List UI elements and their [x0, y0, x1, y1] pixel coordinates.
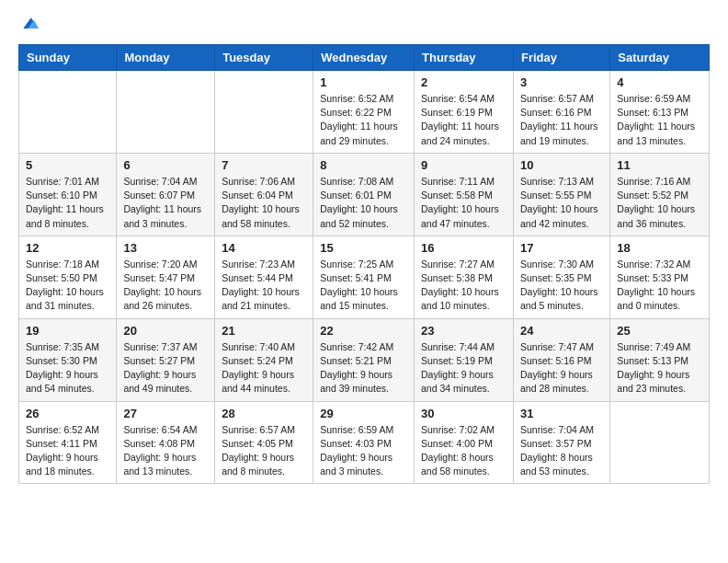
day-number: 30 — [421, 407, 506, 420]
calendar-cell: 27Sunrise: 6:54 AM Sunset: 4:08 PM Dayli… — [117, 401, 215, 484]
calendar-cell: 31Sunrise: 7:04 AM Sunset: 3:57 PM Dayli… — [513, 401, 609, 484]
day-number: 22 — [320, 324, 407, 338]
day-info: Sunrise: 6:52 AM Sunset: 6:22 PM Dayligh… — [320, 92, 407, 148]
calendar-cell: 25Sunrise: 7:49 AM Sunset: 5:13 PM Dayli… — [610, 318, 710, 401]
day-info: Sunrise: 7:27 AM Sunset: 5:38 PM Dayligh… — [421, 258, 506, 314]
calendar-cell: 18Sunrise: 7:32 AM Sunset: 5:33 PM Dayli… — [610, 236, 710, 318]
weekday-header-monday: Monday — [117, 45, 215, 71]
day-number: 10 — [520, 158, 603, 172]
day-number: 29 — [320, 407, 407, 420]
day-info: Sunrise: 7:04 AM Sunset: 3:57 PM Dayligh… — [520, 423, 603, 479]
day-number: 13 — [123, 241, 208, 255]
day-number: 5 — [26, 158, 109, 172]
day-info: Sunrise: 6:52 AM Sunset: 4:11 PM Dayligh… — [26, 423, 109, 479]
day-info: Sunrise: 7:16 AM Sunset: 5:52 PM Dayligh… — [617, 175, 702, 231]
day-number: 25 — [617, 324, 702, 338]
header — [18, 15, 710, 33]
day-info: Sunrise: 7:18 AM Sunset: 5:50 PM Dayligh… — [26, 258, 109, 314]
day-number: 8 — [320, 158, 407, 172]
weekday-header-friday: Friday — [513, 45, 609, 71]
day-info: Sunrise: 7:30 AM Sunset: 5:35 PM Dayligh… — [520, 258, 603, 314]
day-number: 17 — [520, 241, 603, 255]
day-number: 28 — [222, 407, 306, 420]
day-number: 2 — [421, 75, 506, 89]
weekday-header-sunday: Sunday — [19, 45, 117, 71]
day-info: Sunrise: 7:40 AM Sunset: 5:24 PM Dayligh… — [222, 340, 306, 396]
day-info: Sunrise: 7:25 AM Sunset: 5:41 PM Dayligh… — [320, 258, 407, 314]
calendar-cell — [610, 401, 710, 484]
calendar-cell: 17Sunrise: 7:30 AM Sunset: 5:35 PM Dayli… — [513, 236, 609, 318]
calendar-cell: 26Sunrise: 6:52 AM Sunset: 4:11 PM Dayli… — [19, 401, 117, 484]
day-info: Sunrise: 6:59 AM Sunset: 6:13 PM Dayligh… — [617, 92, 702, 148]
week-row-1: 1Sunrise: 6:52 AM Sunset: 6:22 PM Daylig… — [19, 71, 710, 154]
logo-icon — [20, 15, 39, 33]
calendar-cell: 13Sunrise: 7:20 AM Sunset: 5:47 PM Dayli… — [117, 236, 215, 318]
calendar-cell: 28Sunrise: 6:57 AM Sunset: 4:05 PM Dayli… — [215, 401, 313, 484]
calendar-cell — [19, 71, 117, 154]
calendar-cell: 30Sunrise: 7:02 AM Sunset: 4:00 PM Dayli… — [415, 401, 514, 484]
calendar-cell: 9Sunrise: 7:11 AM Sunset: 5:58 PM Daylig… — [415, 153, 514, 236]
weekday-header-thursday: Thursday — [415, 45, 514, 71]
day-info: Sunrise: 7:37 AM Sunset: 5:27 PM Dayligh… — [123, 340, 208, 396]
calendar-cell: 2Sunrise: 6:54 AM Sunset: 6:19 PM Daylig… — [415, 71, 514, 154]
day-number: 1 — [320, 75, 407, 89]
day-number: 19 — [26, 324, 109, 338]
day-number: 15 — [320, 241, 407, 255]
day-number: 24 — [520, 324, 603, 338]
day-info: Sunrise: 6:54 AM Sunset: 6:19 PM Dayligh… — [421, 92, 506, 148]
weekday-header-wednesday: Wednesday — [313, 45, 415, 71]
calendar-cell: 15Sunrise: 7:25 AM Sunset: 5:41 PM Dayli… — [313, 236, 415, 318]
calendar-cell: 16Sunrise: 7:27 AM Sunset: 5:38 PM Dayli… — [415, 236, 514, 318]
day-info: Sunrise: 7:01 AM Sunset: 6:10 PM Dayligh… — [26, 175, 109, 231]
day-info: Sunrise: 7:11 AM Sunset: 5:58 PM Dayligh… — [421, 175, 506, 231]
calendar-cell: 29Sunrise: 6:59 AM Sunset: 4:03 PM Dayli… — [313, 401, 415, 484]
day-number: 18 — [617, 241, 702, 255]
week-row-4: 19Sunrise: 7:35 AM Sunset: 5:30 PM Dayli… — [19, 318, 710, 401]
logo — [18, 15, 39, 33]
calendar-cell — [215, 71, 313, 154]
weekday-header-saturday: Saturday — [610, 45, 710, 71]
day-number: 16 — [421, 241, 506, 255]
calendar-cell: 7Sunrise: 7:06 AM Sunset: 6:04 PM Daylig… — [215, 153, 313, 236]
calendar-cell: 23Sunrise: 7:44 AM Sunset: 5:19 PM Dayli… — [415, 318, 514, 401]
day-number: 26 — [26, 407, 109, 420]
day-number: 31 — [520, 407, 603, 420]
day-number: 6 — [123, 158, 208, 172]
day-info: Sunrise: 7:06 AM Sunset: 6:04 PM Dayligh… — [222, 175, 306, 231]
day-number: 11 — [617, 158, 702, 172]
week-row-3: 12Sunrise: 7:18 AM Sunset: 5:50 PM Dayli… — [19, 236, 710, 318]
day-number: 20 — [123, 324, 208, 338]
day-number: 3 — [520, 75, 603, 89]
day-info: Sunrise: 6:59 AM Sunset: 4:03 PM Dayligh… — [320, 423, 407, 479]
day-info: Sunrise: 7:32 AM Sunset: 5:33 PM Dayligh… — [617, 258, 702, 314]
day-number: 27 — [123, 407, 208, 420]
calendar-cell: 6Sunrise: 7:04 AM Sunset: 6:07 PM Daylig… — [117, 153, 215, 236]
calendar-cell: 8Sunrise: 7:08 AM Sunset: 6:01 PM Daylig… — [313, 153, 415, 236]
day-info: Sunrise: 7:20 AM Sunset: 5:47 PM Dayligh… — [123, 258, 208, 314]
day-number: 9 — [421, 158, 506, 172]
calendar-cell: 19Sunrise: 7:35 AM Sunset: 5:30 PM Dayli… — [19, 318, 117, 401]
page: SundayMondayTuesdayWednesdayThursdayFrid… — [0, 0, 728, 499]
calendar-cell: 22Sunrise: 7:42 AM Sunset: 5:21 PM Dayli… — [313, 318, 415, 401]
day-info: Sunrise: 7:35 AM Sunset: 5:30 PM Dayligh… — [26, 340, 109, 396]
calendar-cell: 5Sunrise: 7:01 AM Sunset: 6:10 PM Daylig… — [19, 153, 117, 236]
day-info: Sunrise: 6:57 AM Sunset: 4:05 PM Dayligh… — [222, 423, 306, 479]
calendar-cell: 4Sunrise: 6:59 AM Sunset: 6:13 PM Daylig… — [610, 71, 710, 154]
calendar-cell: 3Sunrise: 6:57 AM Sunset: 6:16 PM Daylig… — [513, 71, 609, 154]
calendar-cell: 10Sunrise: 7:13 AM Sunset: 5:55 PM Dayli… — [513, 153, 609, 236]
day-info: Sunrise: 7:42 AM Sunset: 5:21 PM Dayligh… — [320, 340, 407, 396]
day-info: Sunrise: 6:54 AM Sunset: 4:08 PM Dayligh… — [123, 423, 208, 479]
day-info: Sunrise: 7:44 AM Sunset: 5:19 PM Dayligh… — [421, 340, 506, 396]
weekday-header-row: SundayMondayTuesdayWednesdayThursdayFrid… — [19, 45, 710, 71]
day-number: 21 — [222, 324, 306, 338]
day-info: Sunrise: 7:02 AM Sunset: 4:00 PM Dayligh… — [421, 423, 506, 479]
week-row-2: 5Sunrise: 7:01 AM Sunset: 6:10 PM Daylig… — [19, 153, 710, 236]
day-number: 14 — [222, 241, 306, 255]
calendar-cell: 20Sunrise: 7:37 AM Sunset: 5:27 PM Dayli… — [117, 318, 215, 401]
day-info: Sunrise: 7:47 AM Sunset: 5:16 PM Dayligh… — [520, 340, 603, 396]
calendar-cell: 14Sunrise: 7:23 AM Sunset: 5:44 PM Dayli… — [215, 236, 313, 318]
calendar-cell: 1Sunrise: 6:52 AM Sunset: 6:22 PM Daylig… — [313, 71, 415, 154]
day-info: Sunrise: 6:57 AM Sunset: 6:16 PM Dayligh… — [520, 92, 603, 148]
calendar-cell: 21Sunrise: 7:40 AM Sunset: 5:24 PM Dayli… — [215, 318, 313, 401]
day-number: 23 — [421, 324, 506, 338]
